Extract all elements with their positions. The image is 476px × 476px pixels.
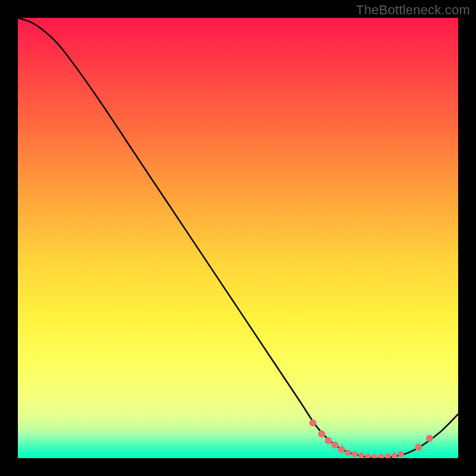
data-marker: [415, 444, 422, 451]
data-marker: [385, 453, 391, 458]
data-marker: [365, 453, 371, 458]
data-marker: [309, 419, 317, 427]
curve-layer: [18, 18, 458, 458]
data-marker: [325, 437, 332, 444]
data-marker: [331, 441, 339, 449]
data-marker: [378, 454, 384, 458]
data-marker: [392, 453, 397, 458]
data-marker: [345, 450, 351, 456]
chart-frame: TheBottleneck.com: [0, 0, 476, 476]
data-marker: [398, 451, 404, 457]
watermark-text: TheBottleneck.com: [356, 2, 470, 18]
data-marker: [318, 430, 325, 437]
data-marker: [426, 435, 433, 442]
plot-area: [18, 18, 458, 458]
bottleneck-curve: [18, 18, 458, 458]
data-marker: [338, 446, 345, 453]
data-marker: [358, 453, 364, 458]
data-marker: [371, 454, 377, 458]
data-marker: [352, 451, 358, 457]
